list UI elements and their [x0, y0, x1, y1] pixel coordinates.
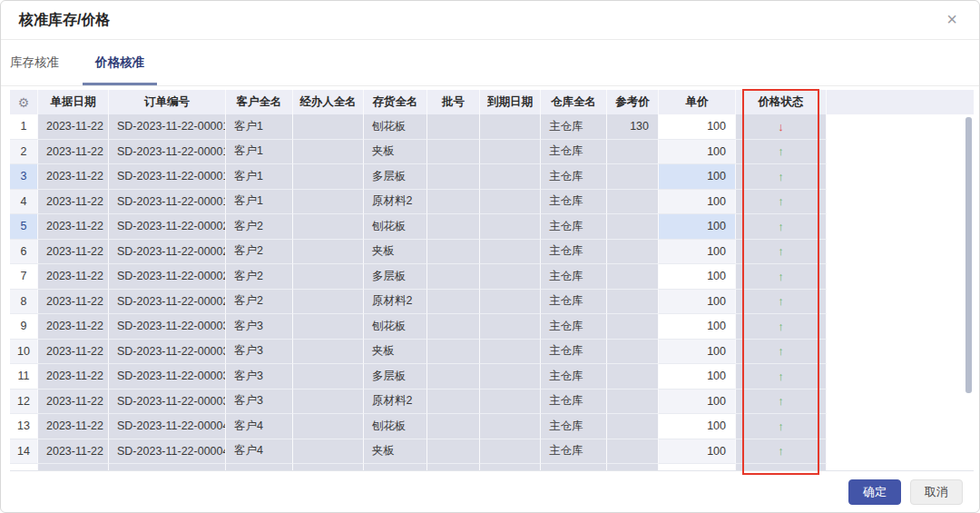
row-number-cell[interactable]: 11 [10, 364, 38, 390]
cell-order: SD-2023-11-22-00002 [109, 264, 226, 290]
cancel-button[interactable]: 取消 [910, 479, 963, 505]
cell-item: 刨花板 [364, 314, 427, 340]
cell-batch [427, 190, 480, 215]
cell-warehouse: 主仓库 [541, 290, 607, 315]
cell-handler [293, 140, 364, 165]
cell-item: 夹板 [364, 140, 427, 165]
unit-price-input-cell[interactable]: 100 [659, 390, 736, 415]
table-row: 102023-11-22SD-2023-11-22-00003客户3夹板主仓库1… [10, 340, 974, 365]
unit-price-input-cell[interactable]: 100 [659, 164, 736, 190]
cell-warehouse: 主仓库 [541, 390, 607, 415]
cell-expiry [480, 114, 541, 140]
cell-ref_price: 130 [607, 114, 659, 140]
unit-price-input-cell[interactable]: 100 [659, 439, 736, 465]
cell-ref_price [607, 190, 659, 215]
row-number-cell[interactable]: 14 [10, 439, 38, 465]
column-header-label: 批号 [442, 94, 465, 110]
cell-warehouse: 主仓库 [541, 214, 607, 240]
vertical-scrollbar-thumb[interactable] [965, 117, 972, 393]
cell-order: SD-2023-11-22-00001 [109, 164, 226, 190]
table-row: 142023-11-22SD-2023-11-22-00004客户4夹板主仓库1… [10, 439, 974, 465]
cell-status: ↓ [736, 114, 827, 140]
column-header-batch: 批号 [427, 90, 480, 114]
close-icon[interactable]: × [946, 8, 957, 30]
unit-price-input-cell[interactable]: 100 [659, 140, 736, 165]
row-number-cell[interactable]: 7 [10, 264, 38, 290]
cell-handler [293, 240, 364, 265]
table-row: 122023-11-22SD-2023-11-22-00003客户3原材料2主仓… [10, 390, 974, 415]
unit-price-input-cell[interactable]: 100 [659, 364, 736, 390]
row-number-cell[interactable]: 13 [10, 414, 38, 439]
cell-warehouse: 主仓库 [541, 414, 607, 439]
cell-batch [427, 340, 480, 365]
row-number-cell[interactable]: 9 [10, 314, 38, 340]
cell-handler [293, 340, 364, 365]
cell-warehouse: 主仓库 [541, 439, 607, 465]
table-row: 32023-11-22SD-2023-11-22-00001客户1多层板主仓库1… [10, 164, 974, 190]
cell-expiry [480, 140, 541, 165]
column-header-item: 存货全名 [364, 90, 427, 114]
row-number-cell[interactable]: 10 [10, 340, 38, 365]
cell-batch [427, 414, 480, 439]
up-arrow-icon: ↑ [778, 171, 784, 183]
dialog-footer: 确定 取消 [848, 479, 963, 505]
row-number-cell[interactable]: 6 [10, 240, 38, 265]
row-number-cell[interactable]: 12 [10, 390, 38, 415]
table-row-partial [10, 464, 974, 470]
cell-date: 2023-11-22 [38, 414, 109, 439]
cell-customer: 客户3 [226, 390, 293, 415]
up-arrow-icon: ↑ [778, 271, 784, 282]
row-number-cell[interactable]: 4 [10, 190, 38, 215]
table-body: 12023-11-22SD-2023-11-22-00001客户1刨花板主仓库1… [10, 114, 974, 470]
cell-ref_price [607, 240, 659, 265]
cell-batch [427, 140, 480, 165]
cell-customer: 客户1 [226, 114, 293, 140]
unit-price-input-cell[interactable]: 100 [659, 290, 736, 315]
row-number-cell[interactable]: 2 [10, 140, 38, 165]
row-number-cell[interactable]: 8 [10, 290, 38, 315]
cell-customer: 客户3 [226, 340, 293, 365]
column-settings-button[interactable]: ⚙ [10, 90, 38, 114]
price-approval-table: ⚙单据日期订单编号客户全名经办人全名存货全名批号到期日期仓库全名参考价单价价格状… [10, 90, 974, 471]
cell-status: ↑ [736, 439, 827, 465]
row-number-cell[interactable]: 1 [10, 114, 38, 140]
cell-item: 夹板 [364, 439, 427, 465]
unit-price-input-cell[interactable]: 100 [659, 240, 736, 265]
cell-order: SD-2023-11-22-00003 [109, 390, 226, 415]
cell-date: 2023-11-22 [38, 214, 109, 240]
unit-price-input-cell[interactable]: 100 [659, 314, 736, 340]
cell-warehouse: 主仓库 [541, 314, 607, 340]
unit-price-input-cell[interactable] [659, 464, 736, 470]
unit-price-input-cell[interactable]: 100 [659, 340, 736, 365]
unit-price-input-cell[interactable]: 100 [659, 264, 736, 290]
row-number-cell[interactable]: 5 [10, 214, 38, 240]
cell-customer: 客户4 [226, 414, 293, 439]
up-arrow-icon: ↑ [778, 345, 784, 357]
row-number-cell[interactable]: 3 [10, 164, 38, 190]
cell-ref_price [607, 290, 659, 315]
unit-price-input-cell[interactable]: 100 [659, 414, 736, 439]
confirm-button[interactable]: 确定 [848, 479, 901, 505]
cell-ref_price [607, 214, 659, 240]
column-header-warehouse: 仓库全名 [541, 90, 607, 114]
unit-price-input-cell[interactable]: 100 [659, 214, 736, 240]
row-number-cell[interactable] [10, 464, 38, 470]
up-arrow-icon: ↑ [778, 370, 784, 382]
tab-stock-approval[interactable]: 库存核准 [10, 40, 59, 85]
cell-status: ↑ [736, 240, 827, 265]
cell-date: 2023-11-22 [38, 290, 109, 315]
unit-price-input-cell[interactable]: 100 [659, 190, 736, 215]
table-row: 92023-11-22SD-2023-11-22-00003客户3刨花板主仓库1… [10, 314, 974, 340]
cell-customer: 客户4 [226, 439, 293, 465]
tab-price-approval[interactable]: 价格核准 [83, 40, 157, 85]
cell-handler [293, 264, 364, 290]
column-header-label: 客户全名 [237, 94, 282, 110]
unit-price-input-cell[interactable]: 100 [659, 114, 736, 140]
up-arrow-icon: ↑ [778, 195, 784, 207]
cell-ref_price [607, 164, 659, 190]
table-row: 52023-11-22SD-2023-11-22-00002客户2刨花板主仓库1… [10, 214, 974, 240]
cell-warehouse: 主仓库 [541, 364, 607, 390]
cell-order: SD-2023-11-22-00001 [109, 140, 226, 165]
cell-order: SD-2023-11-22-00001 [109, 190, 226, 215]
cell-expiry [480, 364, 541, 390]
